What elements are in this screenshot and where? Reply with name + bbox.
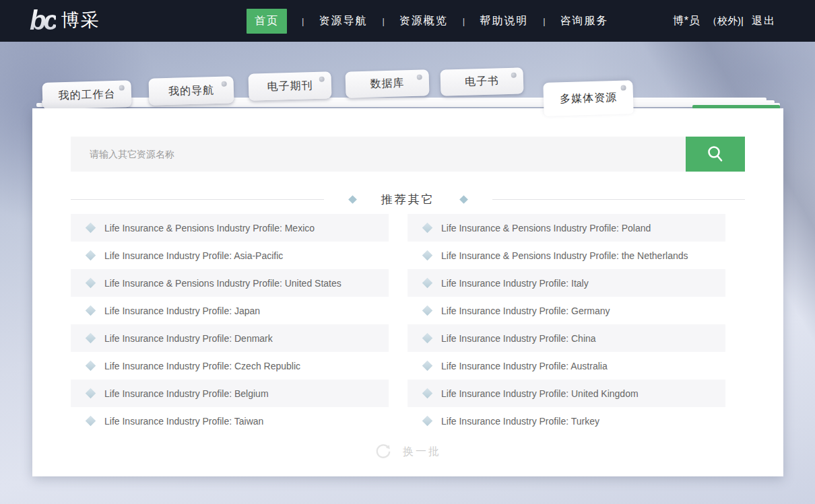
refresh-icon bbox=[374, 443, 392, 460]
content-panel: 推荐其它 Life Insurance & Pensions Industry … bbox=[32, 108, 783, 476]
user-area: 博*员 （校外)| 退出 bbox=[673, 0, 776, 42]
menu-item-resource-overview[interactable]: 资源概览 bbox=[399, 14, 448, 28]
site-logo[interactable]: bc 博采 bbox=[30, 5, 100, 35]
diamond-bullet-icon bbox=[86, 305, 96, 316]
recommend-list-left: Life Insurance & Pensions Industry Profi… bbox=[71, 214, 389, 435]
tab-label: 我的导航 bbox=[168, 83, 215, 99]
logout-link[interactable]: 退出 bbox=[752, 14, 776, 28]
tab-e-books[interactable]: 电子书 bbox=[440, 67, 523, 96]
tab-multimedia-resources-active[interactable]: 多媒体资源 bbox=[543, 80, 633, 116]
diamond-ornament-icon bbox=[459, 195, 468, 204]
refresh-label: 换一批 bbox=[403, 445, 441, 459]
diamond-bullet-icon bbox=[422, 361, 433, 371]
list-item[interactable]: Life Insurance Industry Profile: Italy bbox=[408, 269, 725, 297]
diamond-bullet-icon bbox=[422, 333, 433, 344]
divider-line bbox=[492, 199, 746, 200]
list-item[interactable]: Life Insurance Industry Profile: Belgium bbox=[71, 380, 389, 407]
tab-my-navigation[interactable]: 我的导航 bbox=[148, 76, 234, 106]
username-text: 博*员 bbox=[673, 14, 700, 28]
menu-separator: | bbox=[543, 16, 545, 26]
diamond-bullet-icon bbox=[422, 416, 433, 427]
top-navbar: bc 博采 首页 | 资源导航 | 资源概览 | 帮助说明 | 咨询服务 博*员… bbox=[0, 0, 815, 42]
list-item[interactable]: Life Insurance Industry Profile: Czech R… bbox=[71, 352, 389, 380]
list-item[interactable]: Life Insurance Industry Profile: United … bbox=[408, 380, 725, 407]
pin-dot-icon bbox=[222, 81, 227, 87]
search-icon bbox=[706, 145, 725, 164]
tab-e-journals[interactable]: 电子期刊 bbox=[248, 71, 331, 100]
diamond-bullet-icon bbox=[86, 388, 96, 399]
pin-dot-icon bbox=[417, 75, 422, 80]
list-item[interactable]: Life Insurance Industry Profile: Taiwan bbox=[71, 407, 389, 435]
menu-item-consult[interactable]: 咨询服务 bbox=[560, 14, 609, 28]
menu-item-help[interactable]: 帮助说明 bbox=[480, 14, 528, 28]
diamond-ornament-icon bbox=[348, 195, 357, 204]
logo-bc-mark: bc bbox=[30, 5, 56, 35]
list-item[interactable]: Life Insurance Industry Profile: China bbox=[408, 324, 725, 352]
search-button[interactable] bbox=[686, 137, 745, 172]
tab-label: 电子期刊 bbox=[267, 79, 313, 94]
paper-edge bbox=[36, 103, 780, 107]
menu-separator: | bbox=[382, 16, 384, 26]
pin-dot-icon bbox=[620, 85, 626, 90]
menu-item-home[interactable]: 首页 bbox=[247, 9, 287, 34]
section-title: 推荐其它 bbox=[381, 192, 435, 207]
diamond-bullet-icon bbox=[422, 250, 433, 261]
menu-separator: | bbox=[302, 16, 304, 26]
diamond-bullet-icon bbox=[86, 250, 96, 261]
diamond-bullet-icon bbox=[86, 333, 96, 344]
logo-cn-text: 博采 bbox=[61, 8, 100, 32]
diamond-bullet-icon bbox=[422, 223, 433, 233]
pin-dot-icon bbox=[511, 73, 517, 78]
recommend-section-header: 推荐其它 bbox=[71, 189, 745, 209]
list-item[interactable]: Life Insurance Industry Profile: Turkey bbox=[408, 407, 725, 435]
diamond-bullet-icon bbox=[86, 223, 96, 233]
list-item[interactable]: Life Insurance Industry Profile: Asia-Pa… bbox=[71, 242, 389, 269]
pin-dot-icon bbox=[119, 85, 125, 90]
divider-line bbox=[71, 199, 324, 200]
tab-my-workbench[interactable]: 我的工作台 bbox=[42, 80, 131, 110]
list-item[interactable]: Life Insurance Industry Profile: Germany bbox=[408, 297, 725, 324]
diamond-bullet-icon bbox=[422, 388, 433, 399]
list-item[interactable]: Life Insurance & Pensions Industry Profi… bbox=[71, 214, 389, 242]
list-item[interactable]: Life Insurance & Pensions Industry Profi… bbox=[71, 269, 389, 297]
diamond-bullet-icon bbox=[86, 361, 96, 371]
tab-label: 电子书 bbox=[465, 74, 500, 89]
main-menu: 首页 | 资源导航 | 资源概览 | 帮助说明 | 咨询服务 bbox=[247, 0, 609, 42]
pin-dot-icon bbox=[319, 77, 325, 82]
list-item[interactable]: Life Insurance Industry Profile: Denmark bbox=[71, 324, 389, 352]
tab-label: 我的工作台 bbox=[58, 87, 116, 102]
diamond-bullet-icon bbox=[86, 278, 96, 289]
menu-separator: | bbox=[463, 16, 465, 26]
refresh-batch-button[interactable]: 换一批 bbox=[32, 439, 783, 464]
list-item[interactable]: Life Insurance & Pensions Industry Profi… bbox=[408, 214, 725, 242]
search-input[interactable] bbox=[71, 137, 686, 172]
tab-label: 多媒体资源 bbox=[560, 90, 618, 106]
list-item[interactable]: Life Insurance Industry Profile: Japan bbox=[71, 297, 389, 324]
menu-item-resource-nav[interactable]: 资源导航 bbox=[319, 14, 367, 28]
diamond-bullet-icon bbox=[86, 416, 96, 427]
recommend-list-right: Life Insurance & Pensions Industry Profi… bbox=[408, 214, 725, 435]
tab-label: 数据库 bbox=[370, 76, 405, 91]
tab-databases[interactable]: 数据库 bbox=[345, 69, 429, 98]
diamond-bullet-icon bbox=[422, 278, 433, 289]
list-item[interactable]: Life Insurance & Pensions Industry Profi… bbox=[408, 242, 725, 269]
user-scope-text: （校外)| bbox=[707, 15, 744, 28]
list-item[interactable]: Life Insurance Industry Profile: Austral… bbox=[408, 352, 725, 380]
diamond-bullet-icon bbox=[422, 305, 433, 316]
